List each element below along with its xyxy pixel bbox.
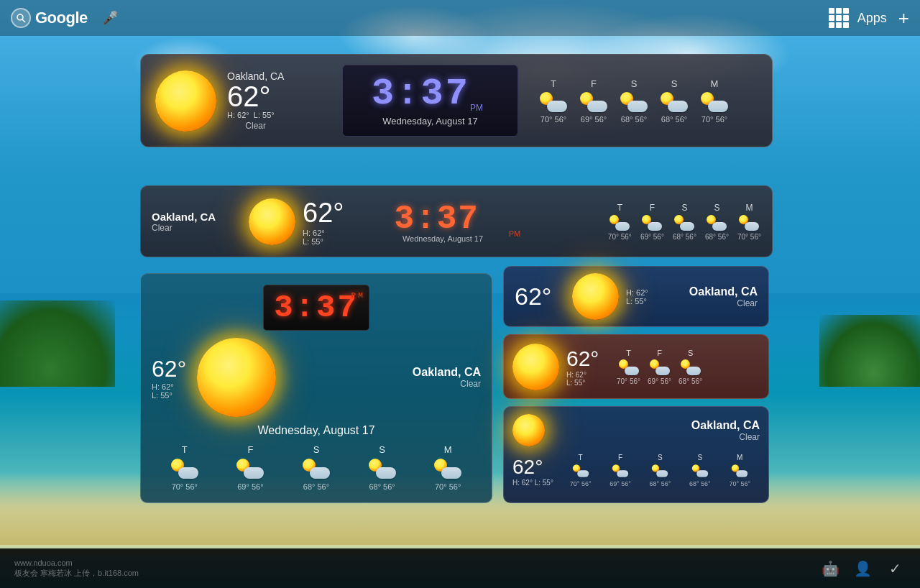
widget1-clock: 3:37 PM Wednesday, August 17 bbox=[342, 65, 518, 137]
weather-widget-5[interactable]: 62° H: 62° L: 55° T70° 56°F69° 56°S68° 5… bbox=[503, 334, 769, 399]
widget2-condition: Clear bbox=[152, 223, 238, 233]
forecast-day: M70° 56° bbox=[720, 454, 760, 487]
widget2-temp-info: 62° H: 62° L: 55° bbox=[303, 198, 344, 246]
widget1-condition: Clear bbox=[227, 121, 284, 131]
forecast-day: M70° 56° bbox=[434, 444, 461, 491]
forecast-day: S68° 56° bbox=[678, 349, 702, 385]
bottom-right-icons: 🤖 👤 ✓ bbox=[819, 558, 906, 579]
background-island-left bbox=[0, 300, 115, 387]
forecast-day: S68° 56° bbox=[705, 203, 729, 241]
google-logo[interactable]: Google bbox=[11, 8, 88, 28]
forecast-day: S68° 56° bbox=[369, 444, 396, 491]
forecast-day: S68° 56° bbox=[620, 78, 648, 124]
widget1-date: Wednesday, August 17 bbox=[382, 116, 478, 127]
google-label: Google bbox=[35, 9, 88, 27]
user-icon[interactable]: 👤 bbox=[852, 558, 873, 579]
widget1-city-info: Oakland, CA 62° H: 62° L: 55° Clear bbox=[227, 70, 284, 131]
widget2-temp-section: 62° H: 62° L: 55° bbox=[249, 198, 371, 246]
widget4-city-wrap: Oakland, CA Clear bbox=[689, 285, 758, 308]
add-widget-button[interactable]: + bbox=[898, 7, 909, 29]
weather-widget-6[interactable]: Oakland, CA Clear 62° H: 62° L: 55° T70°… bbox=[503, 406, 769, 503]
forecast-day: T70° 56° bbox=[171, 444, 198, 491]
widget6-forecast: T70° 56°F69° 56°S68° 56°S68° 56°M70° 56° bbox=[561, 454, 760, 487]
widget5-hilo: H: 62° L: 55° bbox=[566, 371, 606, 387]
top-bar-left: Google 🎤 bbox=[11, 8, 118, 28]
apps-grid-icon[interactable] bbox=[829, 8, 849, 28]
background-island-right bbox=[819, 315, 920, 387]
widget4-city: Oakland, CA bbox=[689, 285, 758, 298]
weather-widget-4[interactable]: 62° H: 62° L: 55° Oakland, CA Clear bbox=[503, 266, 769, 327]
forecast-day: S68° 56° bbox=[673, 203, 696, 241]
widget1-city: Oakland, CA bbox=[227, 70, 284, 82]
forecast-day: S68° 56° bbox=[640, 454, 680, 487]
forecast-day: T70° 56° bbox=[608, 203, 632, 241]
forecast-day: T70° 56° bbox=[617, 349, 640, 385]
widget3-condition: Clear bbox=[413, 379, 481, 389]
widget2-date: Wednesday, August 17 bbox=[402, 234, 483, 243]
forecast-day: F69° 56° bbox=[640, 203, 664, 241]
widget2-city-section: Oakland, CA Clear bbox=[141, 211, 249, 233]
widget5-temp: 62° bbox=[566, 346, 606, 371]
widget5-sun-icon bbox=[512, 344, 559, 390]
weather-widget-2[interactable]: Oakland, CA Clear 62° H: 62° L: 55° 3:37… bbox=[140, 185, 773, 257]
widget1-temp: 62° bbox=[227, 82, 284, 111]
widget4-hilo: H: 62° L: 55° bbox=[626, 288, 648, 306]
forecast-day: M70° 56° bbox=[701, 78, 728, 124]
widget6-temp: 62° bbox=[512, 456, 553, 479]
widget6-bottom: 62° H: 62° L: 55° T70° 56°F69° 56°S68° 5… bbox=[512, 449, 760, 487]
widget1-sun-icon bbox=[155, 70, 216, 132]
apps-label[interactable]: Apps bbox=[857, 11, 887, 26]
widget2-forecast: T70° 56°F69° 56°S68° 56°S68° 56°M70° 56° bbox=[597, 203, 772, 241]
forecast-day: F69° 56° bbox=[580, 78, 607, 124]
widget2-clock-wrap: 3:37 PM Wednesday, August 17 bbox=[371, 201, 515, 243]
forecast-day: F69° 56° bbox=[648, 349, 671, 385]
forecast-day: T70° 56° bbox=[540, 78, 567, 124]
widget6-temp-section: 62° H: 62° L: 55° bbox=[512, 450, 553, 487]
android-icon[interactable]: 🤖 bbox=[819, 558, 841, 579]
check-icon[interactable]: ✓ bbox=[884, 558, 906, 579]
widget1-ampm: PM bbox=[470, 103, 483, 113]
widget2-temp: 62° bbox=[303, 198, 344, 228]
widget6-city: Oakland, CA bbox=[691, 419, 760, 432]
bottom-bar: www.nduoa.com 板友会 寒梅若冰 上传，b.it168.com 🤖 … bbox=[0, 548, 920, 588]
weather-widget-3[interactable]: 3:37PM 62° H: 62° L: 55° Oakland, CA Cle… bbox=[140, 273, 492, 503]
widget6-condition: Clear bbox=[691, 432, 760, 442]
widget1-time: 3:37 bbox=[372, 75, 470, 113]
forecast-day: S68° 56° bbox=[680, 454, 719, 487]
widget3-clock: 3:37PM bbox=[263, 285, 369, 331]
svg-point-0 bbox=[17, 14, 23, 20]
widget6-hilo: H: 62° L: 55° bbox=[512, 479, 553, 487]
widget1-left: Oakland, CA 62° H: 62° L: 55° Clear bbox=[141, 70, 342, 132]
bottom-text: www.nduoa.com 板友会 寒梅若冰 上传，b.it168.com bbox=[14, 559, 139, 579]
widget2-ampm: PM bbox=[509, 229, 521, 238]
widget5-forecast: T70° 56°F69° 56°S68° 56° bbox=[617, 349, 702, 385]
forecast-day: F69° 56° bbox=[600, 454, 640, 487]
widget3-city: Oakland, CA bbox=[413, 366, 481, 379]
weather-widget-1[interactable]: Oakland, CA 62° H: 62° L: 55° Clear 3:37… bbox=[140, 54, 773, 147]
widget3-forecast: T70° 56°F69° 56°S68° 56°S68° 56°M70° 56° bbox=[152, 444, 481, 491]
forecast-day: F69° 56° bbox=[236, 444, 264, 491]
widget1-forecast: T70° 56°F69° 56°S68° 56°S68° 56°M70° 56° bbox=[525, 78, 742, 124]
widget2-time: 3:37 bbox=[365, 201, 509, 238]
widget3-middle: 62° H: 62° L: 55° Oakland, CA Clear bbox=[152, 338, 481, 417]
microphone-icon[interactable]: 🎤 bbox=[102, 10, 118, 26]
widget1-hilo: H: 62° L: 55° bbox=[227, 111, 284, 119]
widget3-hilo: H: 62° L: 55° bbox=[152, 382, 186, 400]
widget4-temp: 62° bbox=[515, 282, 565, 311]
widget2-hilo: H: 62° L: 55° bbox=[303, 229, 344, 246]
widget3-city-wrap: Oakland, CA Clear bbox=[413, 366, 481, 389]
widget2-city: Oakland, CA bbox=[152, 211, 238, 223]
widget2-sun-icon bbox=[249, 198, 295, 245]
widget6-top: Oakland, CA Clear bbox=[512, 414, 760, 446]
widget6-city-wrap: Oakland, CA Clear bbox=[691, 419, 760, 442]
widget3-temp: 62° bbox=[152, 356, 186, 382]
widget3-temp-section: 62° H: 62° L: 55° bbox=[152, 356, 186, 400]
widget3-sun-icon bbox=[197, 338, 276, 417]
forecast-day: T70° 56° bbox=[561, 454, 600, 487]
forecast-day: S68° 56° bbox=[303, 444, 330, 491]
widget3-clock-bar: 3:37PM bbox=[152, 285, 481, 331]
widget4-condition: Clear bbox=[689, 298, 758, 308]
widget4-sun-icon bbox=[572, 273, 619, 320]
forecast-day: M70° 56° bbox=[737, 203, 761, 241]
top-bar-right: Apps + bbox=[829, 7, 909, 29]
